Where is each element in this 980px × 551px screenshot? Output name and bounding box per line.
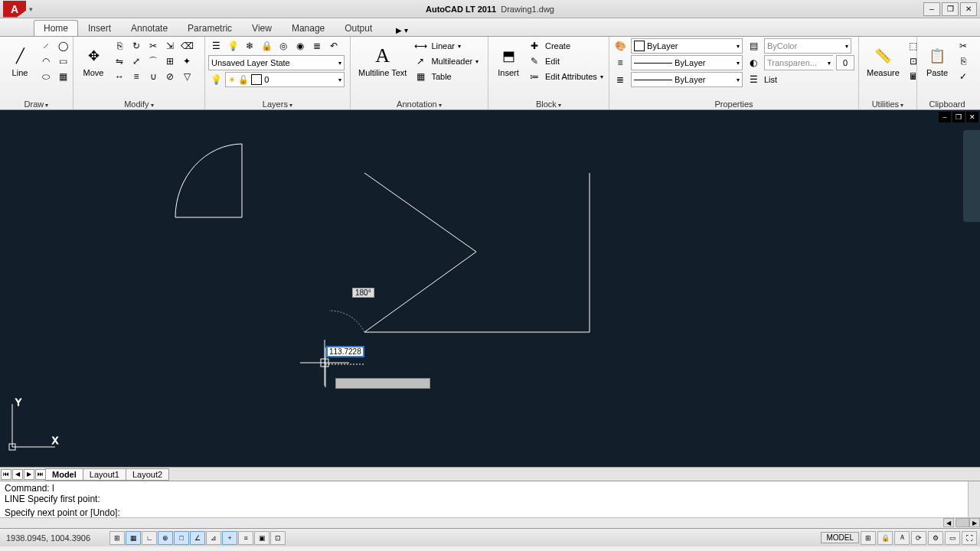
tab-model-space[interactable]: Model [45,468,83,481]
panel-layers-title[interactable]: Layers [205,99,350,109]
tab-insert[interactable]: Insert [78,20,121,36]
cut-icon[interactable]: ✂ [956,38,971,54]
copy-icon[interactable]: ⎘ [112,38,127,54]
osnap-toggle[interactable]: □ [174,531,189,545]
panel-draw-title[interactable]: Draw [0,99,73,109]
match-icon[interactable]: ✓ [956,69,971,84]
join-icon[interactable]: ∪ [145,69,161,84]
snap-toggle[interactable]: ⊞ [109,531,125,545]
move-tool-button[interactable]: ✥ Move [77,44,110,79]
tab-layout2[interactable]: Layout2 [126,468,169,481]
explode-icon[interactable]: ✦ [179,54,194,69]
linear-dim-button[interactable]: ⟷ Linear ▾ [413,38,479,54]
lwt-toggle[interactable]: ≡ [238,531,253,545]
create-block-button[interactable]: ✚ Create [527,38,603,54]
navigation-bar[interactable] [963,130,980,222]
status-annoscale-icon[interactable]: ⊞ [861,531,876,545]
panel-modify-title[interactable]: Modify [74,99,204,109]
doc-minimize-button[interactable]: – [939,112,951,122]
list-button[interactable]: List [764,75,777,84]
tpy-toggle[interactable]: ▣ [254,531,270,545]
break-icon[interactable]: ⊘ [162,69,178,84]
doc-restore-button[interactable]: ❐ [952,112,965,122]
dynamic-input[interactable]: 113.7228 [326,346,364,357]
table-button[interactable]: ▦ Table [413,69,479,84]
app-icon[interactable]: A [3,1,26,18]
copy-clip-icon[interactable]: ⎘ [956,54,971,69]
command-vscrollbar[interactable] [968,481,980,517]
tab-extras[interactable]: ▶ ▾ [390,24,414,36]
offset-icon[interactable]: ≡ [129,69,144,84]
status-cleanscreen-icon[interactable]: ⛶ [962,531,977,545]
layer-prev-icon[interactable]: ↶ [326,38,341,54]
edit-attr-button[interactable]: ≔ Edit Attributes ▾ [527,69,603,84]
mirror-icon[interactable]: ⇋ [112,54,127,69]
coordinate-display[interactable]: 1938.0945, 1004.3906 [0,533,96,543]
layer-lock-icon[interactable]: 🔒 [259,38,274,54]
otrack-toggle[interactable]: ∠ [190,531,205,545]
tab-view[interactable]: View [242,20,282,36]
arc-icon[interactable]: ◠ [38,54,54,69]
multileader-button[interactable]: ↗ Multileader ▾ [413,54,479,69]
list-icon[interactable]: ☰ [746,72,761,87]
color-combo[interactable]: ByLayer [631,38,743,54]
layer-off-icon[interactable]: 💡 [225,38,240,54]
maximize-button[interactable]: ❐ [942,2,959,16]
tab-output[interactable]: Output [335,20,382,36]
tab-annotate[interactable]: Annotate [121,20,178,36]
rotate-icon[interactable]: ↻ [129,38,144,54]
scale-icon[interactable]: ⤢ [129,54,144,69]
polyline-icon[interactable]: ⟋ [38,38,54,54]
model-paper-toggle[interactable]: MODEL [821,532,859,543]
doc-close-button[interactable]: ✕ [966,112,978,122]
current-layer-combo[interactable]: ☀ 🔓 0 [225,72,345,87]
status-annoauto-icon[interactable]: ⟳ [911,531,926,545]
panel-utilities-title[interactable]: Utilities [859,99,916,109]
extend-icon[interactable]: ⇲ [162,38,178,54]
ortho-toggle[interactable]: ∟ [142,531,157,545]
layout-prev-button[interactable]: ◀ [12,469,23,480]
array-icon[interactable]: ⊞ [162,54,178,69]
layout-next-button[interactable]: ▶ [24,469,34,480]
status-workspace-icon[interactable]: ⚙ [928,531,943,545]
measure-button[interactable]: 📏 Measure [862,44,904,79]
layout-last-button[interactable]: ⏭ [35,469,46,480]
fillet-icon[interactable]: ⌒ [145,54,161,69]
lineweight-combo[interactable]: ByLayer [631,72,743,87]
edit-block-button[interactable]: ✎ Edit [527,54,603,69]
dyn-toggle[interactable]: + [222,531,237,545]
grid-toggle[interactable]: ▦ [126,531,141,545]
status-lock-icon[interactable]: 🔒 [877,531,893,545]
chamfer-icon[interactable]: ▽ [179,69,194,84]
status-annovisibility-icon[interactable]: Ａ [894,531,910,545]
ducs-toggle[interactable]: ⊿ [206,531,221,545]
linetype-combo[interactable]: ByLayer [631,55,743,70]
rect-icon[interactable]: ▭ [55,54,70,69]
layer-bulb-icon[interactable]: 💡 [208,72,224,87]
tab-home[interactable]: Home [34,20,78,36]
polar-toggle[interactable]: ⊕ [158,531,173,545]
tab-manage[interactable]: Manage [282,20,335,36]
insert-block-button[interactable]: ⬒ Insert [492,44,525,79]
qp-toggle[interactable]: ⊡ [270,531,286,545]
layer-freeze-icon[interactable]: ❄ [242,38,257,54]
erase-icon[interactable]: ⌫ [179,38,194,54]
command-hscrollbar[interactable]: ◀ ▶ [0,517,980,528]
hatch-icon[interactable]: ▦ [55,69,70,84]
transparency-value[interactable]: 0 [836,55,854,70]
tab-layout1[interactable]: Layout1 [83,468,126,481]
layer-uniso-icon[interactable]: ◉ [292,38,308,54]
close-button[interactable]: ✕ [960,2,977,16]
plotcolor-combo[interactable]: ByColor [764,38,851,54]
status-toolbar-icon[interactable]: ▭ [945,531,960,545]
minimize-button[interactable]: – [923,2,940,16]
command-prompt[interactable]: Specify next point or [Undo]: [5,507,975,518]
layer-props-icon[interactable]: ☰ [208,38,224,54]
tab-parametric[interactable]: Parametric [178,20,242,36]
layout-first-button[interactable]: ⏮ [1,469,11,480]
command-window[interactable]: Command: l LINE Specify first point: Spe… [0,481,980,528]
layer-match-icon[interactable]: ≣ [309,38,325,54]
mtext-button[interactable]: A Multiline Text [354,44,411,79]
panel-block-title[interactable]: Block [488,99,609,109]
ellipse-icon[interactable]: ⬭ [38,69,54,84]
